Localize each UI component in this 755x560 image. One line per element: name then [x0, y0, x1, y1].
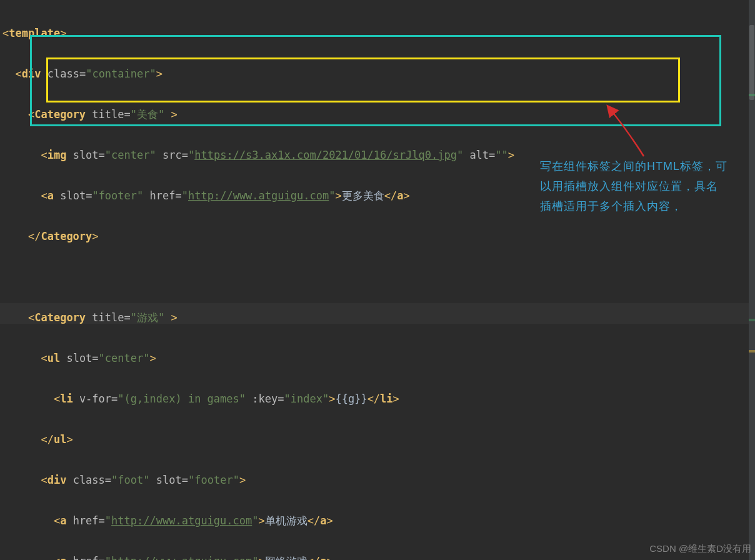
code-line[interactable]: <li v-for="(g,index) in games" :key="ind…	[2, 389, 755, 409]
code-editor[interactable]: <template> <div class="container"> <Cate…	[0, 0, 755, 560]
code-line	[2, 267, 755, 288]
code-line[interactable]: <Category title="游戏" >	[2, 308, 755, 328]
code-line[interactable]: <ul slot="center">	[2, 348, 755, 369]
code-line[interactable]: <div class="container">	[2, 64, 755, 84]
vertical-scrollbar[interactable]	[749, 0, 755, 560]
watermark: CSDN @维生素D没有用	[649, 539, 751, 559]
code-line[interactable]: <a href="http://www.atguigu.com">单机游戏</a…	[2, 511, 755, 531]
scrollbar-thumb[interactable]	[749, 25, 754, 100]
code-line[interactable]: </ul>	[2, 429, 755, 450]
gutter-mark	[749, 350, 755, 352]
annotation-text: 写在组件标签之间的HTML标签，可以用插槽放入组件对应位置，具名插槽适用于多个插…	[540, 156, 728, 216]
code-line[interactable]: <template>	[2, 23, 755, 44]
gutter-mark	[749, 319, 755, 321]
code-line[interactable]: <div class="foot" slot="footer">	[2, 470, 755, 491]
code-line[interactable]: <a href="http://www.atguigu.com">网络游戏</a…	[2, 551, 755, 561]
code-line[interactable]: <Category title="美食" >	[2, 104, 755, 125]
gutter-mark	[749, 94, 755, 96]
code-line[interactable]: </Category>	[2, 226, 755, 247]
